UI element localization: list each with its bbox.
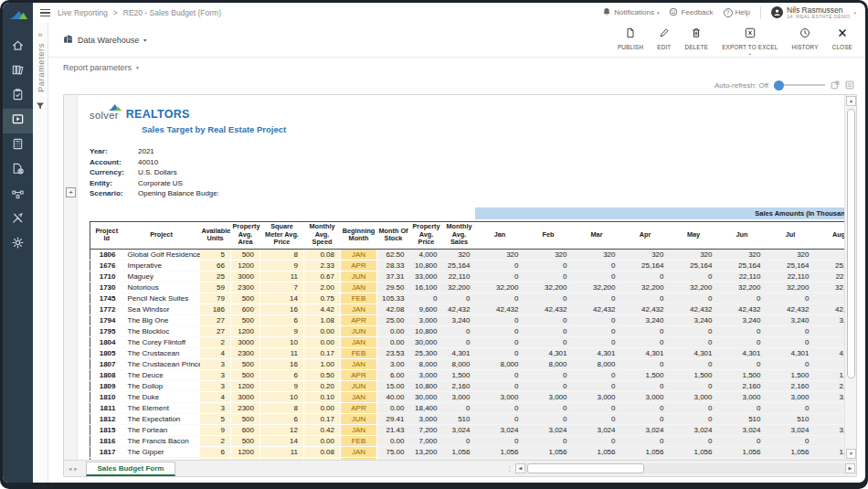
slider-knob[interactable] [774,80,784,90]
cell-available-units[interactable]: 3 [200,358,231,369]
scroll-right-button[interactable]: ▶ [845,463,855,473]
cell-square-meter-avg-price[interactable]: 9 [260,260,304,271]
cell-property-avg-area[interactable]: 600 [231,424,260,435]
cell-property-avg-area[interactable]: 500 [231,435,260,446]
cell-property-avg-area[interactable]: 500 [231,358,260,369]
cell-beginning-month[interactable]: JAN [341,336,377,347]
edit-button[interactable]: EDIT [657,26,671,55]
cell-square-meter-avg-price[interactable]: 11 [260,271,304,282]
cell-property-avg-area[interactable]: 1200 [231,446,260,457]
cell-square-meter-avg-price[interactable]: 14 [260,292,304,303]
cell-available-units[interactable]: 2 [200,435,231,446]
cell-monthly-avg-speed[interactable]: 0.75 [304,292,341,303]
cell-available-units[interactable]: 4 [200,347,231,358]
cell-property-avg-area[interactable]: 1200 [231,380,260,391]
cell-beginning-month[interactable]: JAN [341,391,377,402]
cell-beginning-month[interactable]: JUN [341,325,377,336]
cell-square-meter-avg-price[interactable]: 6 [260,369,304,380]
cell-monthly-avg-speed[interactable]: 0.00 [304,336,341,347]
history-button[interactable]: HISTORY [791,26,818,55]
feedback-button[interactable]: Feedback [669,7,713,18]
cell-monthly-avg-speed[interactable]: 0.00 [304,435,341,446]
cell-beginning-month[interactable]: APR [341,369,377,380]
user-menu[interactable]: Nils Rasmussen 14. Real Estate Demo ▾ [771,6,856,20]
cell-available-units[interactable]: 3 [200,369,231,380]
scroll-down-button[interactable]: ▼ [846,449,856,459]
cell-property-avg-area[interactable]: 3000 [231,391,260,402]
cell-monthly-avg-speed[interactable]: 0.00 [304,325,341,336]
cell-available-units[interactable]: 186 [200,303,231,314]
cell-available-units[interactable]: 27 [200,325,231,336]
cell-monthly-avg-speed[interactable]: 0.50 [304,369,341,380]
cell-monthly-avg-speed[interactable]: 0.00 [304,402,341,413]
cell-property-avg-area[interactable]: 2300 [231,347,260,358]
cell-available-units[interactable]: 25 [200,271,231,282]
cell-monthly-avg-speed[interactable]: 2.33 [304,260,341,271]
cell-beginning-month[interactable]: APR [341,260,377,271]
horizontal-scroll-thumb[interactable] [527,463,644,473]
cell-square-meter-avg-price[interactable]: 14 [260,435,304,446]
cell-beginning-month[interactable]: JAN [341,446,377,457]
delete-button[interactable]: DELETE [684,26,708,55]
cell-square-meter-avg-price[interactable]: 8 [260,402,304,413]
cell-monthly-avg-speed[interactable]: 0.08 [304,249,341,260]
cell-available-units[interactable]: 79 [200,292,231,303]
cell-available-units[interactable]: 66 [200,260,231,271]
cell-available-units[interactable]: 5 [200,249,231,260]
cell-beginning-month[interactable]: JAN [341,424,377,435]
cell-available-units[interactable]: 6 [200,446,231,457]
cell-monthly-avg-speed[interactable]: 0.42 [304,424,341,435]
cell-beginning-month[interactable]: JUN [341,380,377,391]
sidebar-item-live-reporting[interactable] [3,109,33,133]
cell-square-meter-avg-price[interactable]: 16 [260,303,304,314]
cell-monthly-avg-speed[interactable]: 1.08 [304,314,341,325]
list-icon[interactable] [845,77,854,93]
cell-monthly-avg-speed[interactable]: 0.20 [304,380,341,391]
cell-beginning-month[interactable]: FEB [341,292,377,303]
scroll-up-button[interactable]: ▲ [846,96,856,106]
cell-monthly-avg-speed[interactable]: 1.00 [304,358,341,369]
cell-beginning-month[interactable]: JAN [341,358,377,369]
cell-property-avg-area[interactable]: 2300 [231,282,260,292]
popout-icon[interactable] [831,77,840,93]
cell-property-avg-area[interactable]: 500 [231,292,260,303]
report-parameters-toggle[interactable]: Report parameters ▾ [63,63,139,72]
vertical-scroll-thumb[interactable] [847,109,855,378]
cell-beginning-month[interactable]: JAN [341,249,377,260]
cell-monthly-avg-speed[interactable]: 0.08 [304,446,341,457]
cell-monthly-avg-speed[interactable]: 0.10 [304,391,341,402]
breadcrumb-section[interactable]: Live Reporting [58,8,108,17]
cell-square-meter-avg-price[interactable]: 6 [260,413,304,424]
sheet-nav-arrows[interactable]: ◂▸ [69,465,80,473]
cell-square-meter-avg-price[interactable]: 10 [260,391,304,402]
cell-property-avg-area[interactable]: 3000 [231,336,260,347]
help-button[interactable]: ? Help [724,8,750,17]
cell-beginning-month[interactable]: APR [341,402,377,413]
publish-button[interactable]: PUBLISH [618,26,643,55]
sidebar-item-budgeting[interactable] [3,133,33,158]
notifications-button[interactable]: Notifications ▾ [602,7,659,18]
pane-splitter[interactable]: ⋮ [506,465,513,473]
sidebar-item-tools[interactable] [3,207,33,232]
cell-property-avg-area[interactable]: 1200 [231,325,260,336]
data-source-selector[interactable]: Data Warehouse ▾ [63,34,146,46]
cell-beginning-month[interactable]: JAN [341,282,377,292]
cell-available-units[interactable]: 59 [200,282,231,292]
expand-group-button[interactable]: + [66,187,76,197]
cell-square-meter-avg-price[interactable]: 6 [260,314,304,325]
cell-property-avg-area[interactable]: 2300 [231,402,260,413]
cell-available-units[interactable]: 2 [200,336,231,347]
cell-square-meter-avg-price[interactable]: 10 [260,336,304,347]
cell-monthly-avg-speed[interactable]: 0.17 [304,347,341,358]
cell-beginning-month[interactable]: APR [341,314,377,325]
cell-square-meter-avg-price[interactable]: 9 [260,380,304,391]
cell-monthly-avg-speed[interactable]: 2.00 [304,282,341,292]
cell-monthly-avg-speed[interactable]: 4.42 [304,303,341,314]
auto-refresh-slider[interactable] [774,84,825,86]
cell-beginning-month[interactable]: JUN [341,413,377,424]
horizontal-scrollbar[interactable]: ◀ ▶ [515,462,855,474]
cell-square-meter-avg-price[interactable]: 16 [260,358,304,369]
cell-available-units[interactable]: 5 [200,413,231,424]
cell-available-units[interactable]: 4 [200,391,231,402]
cell-square-meter-avg-price[interactable]: 11 [260,347,304,358]
